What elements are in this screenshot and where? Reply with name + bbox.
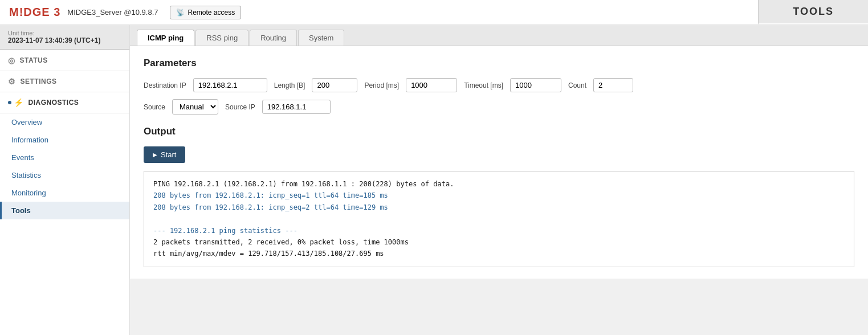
unit-time-label: Unit time: (8, 30, 121, 36)
period-input[interactable] (406, 78, 457, 92)
output-line-3 (153, 213, 845, 224)
count-label: Count (568, 81, 586, 89)
source-select[interactable]: Manual Auto (172, 99, 218, 115)
top-header: M!DGE 3 MIDGE3_Server @10.9.8.7 📡 Remote… (0, 0, 868, 25)
nav-item-overview[interactable]: Overview (0, 113, 129, 131)
tab-system[interactable]: System (298, 30, 344, 46)
source-label: Source (144, 103, 165, 111)
unit-time-box: Unit time: 2023-11-07 13:40:39 (UTC+1) (0, 25, 129, 50)
output-box: PING 192.168.2.1 (192.168.2.1) from 192.… (144, 171, 854, 267)
logo: M!DGE 3 (9, 6, 60, 19)
sidebar-item-diagnostics[interactable]: ⚡ DIAGNOSTICS (0, 92, 129, 113)
output-section: Output ▶ Start PING 192.168.2.1 (192.168… (144, 126, 854, 267)
params-row-1: Destination IP Length [B] Period [ms] Ti… (144, 78, 854, 92)
nav-item-tools[interactable]: Tools (0, 202, 129, 219)
server-name: MIDGE3_Server @10.9.8.7 (67, 8, 158, 17)
length-label: Length [B] (274, 81, 305, 89)
output-line-5: 2 packets transmitted, 2 received, 0% pa… (153, 236, 845, 248)
sidebar-settings-label: SETTINGS (21, 77, 57, 85)
tabs-bar: ICMP ping RSS ping Routing System (130, 25, 868, 46)
tab-icmp-ping[interactable]: ICMP ping (137, 30, 194, 46)
sidebar-item-status[interactable]: ◎ STATUS (0, 50, 129, 71)
diagnostics-icon: ⚡ (14, 98, 24, 107)
length-input[interactable] (312, 78, 357, 92)
tab-routing[interactable]: Routing (250, 30, 297, 46)
remote-access-icon: 📡 (176, 9, 185, 17)
tab-rss-ping[interactable]: RSS ping (195, 30, 248, 46)
count-input[interactable] (593, 78, 633, 92)
output-line-4: --- 192.168.2.1 ping statistics --- (153, 225, 845, 236)
params-row-2: Source Manual Auto Source IP (144, 99, 854, 115)
tools-tab: TOOLS (758, 0, 868, 24)
source-ip-input[interactable] (262, 100, 331, 114)
output-line-2: 208 bytes from 192.168.2.1: icmp_seq=2 t… (153, 202, 845, 213)
status-icon: ◎ (8, 56, 15, 65)
output-title: Output (144, 126, 854, 137)
remote-access-label: Remote access (188, 9, 235, 17)
main-layout: Unit time: 2023-11-07 13:40:39 (UTC+1) ◎… (0, 25, 868, 335)
nav-item-events[interactable]: Events (0, 149, 129, 166)
source-ip-label: Source IP (225, 103, 255, 111)
unit-time-value: 2023-11-07 13:40:39 (UTC+1) (8, 36, 121, 44)
start-label: Start (161, 150, 176, 159)
remote-access-button[interactable]: 📡 Remote access (170, 6, 242, 19)
destination-ip-label: Destination IP (144, 81, 186, 89)
period-label: Period [ms] (364, 81, 399, 89)
nav-item-statistics[interactable]: Statistics (0, 166, 129, 184)
sidebar-item-settings[interactable]: ⚙ SETTINGS (0, 71, 129, 92)
parameters-title: Parameters (144, 58, 854, 69)
nav-item-monitoring[interactable]: Monitoring (0, 184, 129, 202)
nav-item-information[interactable]: Information (0, 131, 129, 149)
destination-ip-input[interactable] (193, 78, 267, 92)
content-area: ICMP ping RSS ping Routing System Parame… (130, 25, 868, 335)
sidebar-diagnostics-label: DIAGNOSTICS (28, 99, 79, 107)
output-line-0: PING 192.168.2.1 (192.168.2.1) from 192.… (153, 178, 845, 190)
main-content: Parameters Destination IP Length [B] Per… (130, 46, 868, 279)
sidebar-status-label: STATUS (20, 56, 48, 64)
active-indicator (8, 101, 11, 104)
play-icon: ▶ (153, 152, 157, 158)
settings-icon: ⚙ (8, 77, 16, 86)
output-line-6: rtt min/avg/max/mdev = 129.718/157.413/1… (153, 248, 845, 259)
timeout-input[interactable] (510, 78, 561, 92)
output-line-1: 208 bytes from 192.168.2.1: icmp_seq=1 t… (153, 190, 845, 201)
sidebar: Unit time: 2023-11-07 13:40:39 (UTC+1) ◎… (0, 25, 130, 335)
start-button[interactable]: ▶ Start (144, 146, 185, 163)
timeout-label: Timeout [ms] (464, 81, 503, 89)
